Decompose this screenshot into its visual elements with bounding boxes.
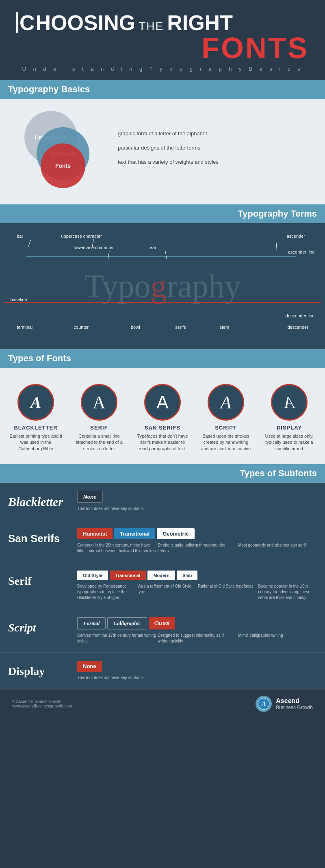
tag-transitional-s: Transitional [110, 571, 146, 580]
blackletter-circle: A [17, 384, 54, 421]
subfont-types-san-serifs: Humanist Transitional Geometric [77, 528, 317, 539]
subfont-types-script: Formal Calligraphic Casual [77, 617, 317, 629]
serif-name: SERIF [90, 425, 108, 431]
subfont-desc-s-0: Developed by Renaissance typographers to… [77, 584, 136, 601]
section-types-fonts: Types of Fonts [0, 349, 325, 368]
san-serifs-desc: Typefaces that don't have serifs make it… [136, 433, 189, 452]
header-the: THE [139, 20, 164, 33]
script-name: SCRIPT [215, 425, 237, 431]
subfont-descs-serif: Developed by Renaissance typographers to… [77, 584, 317, 601]
script-circle: A [208, 384, 244, 421]
term-bar: bar [17, 234, 23, 239]
subfont-descs-display: This font does not have any subfonts [77, 675, 317, 681]
san-serifs-circle: A [144, 384, 181, 421]
subfont-desc-s-2: Rational of Old Style typefaces [198, 584, 257, 601]
subfont-desc-sc-0: Derived from the 17th century formal wri… [77, 633, 156, 644]
section-typography-basics: Typography Basics [0, 80, 325, 99]
subfont-desc-ss-1: Stroke is quite uniform throughout the l… [158, 542, 236, 554]
term-serifs: serifs [175, 325, 186, 330]
font-types-grid: A BLACKLETTER Earliest printing type and… [4, 384, 321, 452]
subfont-types-blackletter: None [77, 491, 317, 503]
connector-ear [165, 251, 167, 259]
display-name: DISPLAY [277, 425, 302, 431]
footer-brand: A Ascend Business Growth [256, 696, 313, 712]
typography-terms-content: Typography bar uppercase character lower… [0, 223, 325, 349]
footer-copyright: © Ascend Business Growth [12, 699, 72, 704]
font-type-script: A SCRIPT Based upon the strokes created … [199, 384, 252, 452]
font-type-display: A DISPLAY Used at large sizes only, typi… [263, 384, 316, 452]
subfont-descs-blackletter: This font does not have any subfonts [77, 506, 317, 512]
subfont-desc-blackletter-0: This font does not have any subfonts [77, 506, 317, 512]
term-baseline: baseline [11, 297, 27, 302]
tag-modern: Modern [147, 571, 175, 580]
font-type-blackletter: A BLACKLETTER Earliest printing type and… [9, 384, 62, 452]
subfont-row-display: Display None This font does not have any… [0, 653, 325, 689]
connector-bar [28, 239, 31, 247]
subfont-desc-sc-2: Mimic calligraphic writing [238, 633, 317, 644]
tag-none-blackletter: None [77, 491, 103, 503]
subfont-row-serif: Serif Old Style Transitional Modern Slab… [0, 562, 325, 609]
subfont-desc-sc-1: Designed to suggest informality, as if w… [158, 633, 236, 644]
subfont-descs-script: Derived from the 17th century formal wri… [77, 633, 317, 644]
venn-diagram: Letterforms Typefaces Fonts [16, 111, 106, 192]
connector-ascender [276, 239, 277, 252]
term-ascender-line: ascender line [288, 250, 314, 254]
venn-circle-fonts: Fonts [41, 143, 85, 188]
tag-formal: Formal [77, 617, 106, 629]
baseline-line [4, 302, 321, 303]
terms-diagram: Typography bar uppercase character lower… [4, 231, 321, 345]
subfont-content-serif: Old Style Transitional Modern Slab Devel… [77, 571, 317, 601]
header: C HOOSING THE RIGHT FONTS U n d e r s t … [0, 0, 325, 80]
subfont-row-script: Script Formal Calligraphic Casual Derive… [0, 609, 325, 653]
tag-geometric: Geometric [157, 528, 194, 539]
tag-transitional-ss: Transitional [114, 528, 155, 539]
tag-none-display: None [77, 661, 102, 672]
tag-casual: Casual [149, 617, 176, 629]
header-c: C [16, 12, 35, 33]
tag-old-style: Old Style [77, 571, 108, 580]
font-type-serif: A SERIF Contains a small line attached t… [73, 384, 126, 452]
term-descender: descender [287, 325, 308, 330]
term-stem: stem [219, 325, 229, 330]
subfont-desc-ss-0: Common in the 20th century, these have l… [77, 542, 156, 554]
term-ascender: ascender [287, 234, 305, 239]
subfont-content-san-serifs: Humanist Transitional Geometric Common i… [77, 528, 317, 554]
footer-logo: A [256, 696, 272, 712]
ascender-line [26, 256, 296, 257]
subfont-name-display: Display [8, 661, 69, 681]
terms-word: Typography [84, 268, 240, 305]
term-terminal: terminal [17, 325, 32, 330]
subfont-row-san-serifs: San Serifs Humanist Transitional Geometr… [0, 520, 325, 562]
header-fonts: FONTS [16, 33, 309, 63]
font-type-san-serifs: A SAN SERIFS Typefaces that don't have s… [136, 384, 189, 452]
blackletter-desc: Earliest printing type and it was used i… [9, 433, 62, 452]
term-bowl: bowl [131, 325, 140, 330]
subfont-descs-san-serifs: Common in the 20th century, these have l… [77, 542, 317, 554]
footer-url: www.ascendbusinessgrowth.com [12, 704, 72, 708]
venn-label-typefaces: particular designs of the letterforms [118, 145, 309, 151]
subfont-name-blackletter: Blackletter [8, 491, 69, 512]
section-typography-terms: Typography Terms [0, 204, 325, 223]
subfont-types-display: None [77, 661, 317, 672]
subfont-desc-ss-2: Most geometric and abstract san serif [238, 542, 317, 554]
subfont-desc-s-3: Became popular in the 19th century for a… [258, 584, 317, 601]
subfont-types-serif: Old Style Transitional Modern Slab [77, 571, 317, 580]
subfont-name-san-serifs: San Serifs [8, 528, 69, 554]
subfont-content-display: None This font does not have any subfont… [77, 661, 317, 681]
header-subtitle: U n d e r s t a n d i n g T y p o g r a … [16, 66, 309, 72]
san-serifs-name: SAN SERIFS [145, 425, 180, 431]
display-desc: Used at large sizes only, typically used… [263, 433, 316, 452]
blackletter-name: BLACKLETTER [14, 425, 57, 431]
term-descender-line: descender line [286, 313, 315, 318]
types-subfonts-content: Blackletter None This font does not have… [0, 483, 325, 689]
subfont-desc-d-0: This font does not have any subfonts [77, 675, 317, 681]
serif-desc: Contains a small line attached to the en… [73, 433, 126, 452]
serif-circle: A [81, 384, 117, 421]
footer: © Ascend Business Growth www.ascendbusin… [0, 689, 325, 718]
types-fonts-content: A BLACKLETTER Earliest printing type and… [0, 368, 325, 464]
term-uppercase: uppercase character [61, 234, 102, 239]
tag-humanist: Humanist [77, 528, 113, 539]
subfont-name-script: Script [8, 617, 69, 644]
script-desc: Based upon the strokes created by handwr… [199, 433, 252, 452]
header-right: RIGHT [167, 12, 233, 33]
